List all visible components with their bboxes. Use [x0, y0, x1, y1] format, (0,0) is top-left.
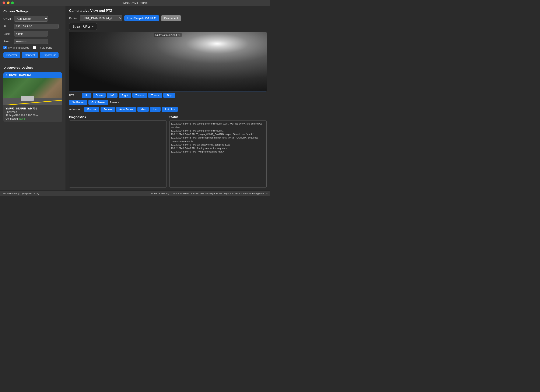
camera-scene: Dec/22/2024 20:58:28 — [69, 32, 267, 91]
profile-select[interactable]: H264_1920×1080（4_d — [80, 15, 122, 21]
device-list: A_ONVIF_CAMERA YMF52_STARIR_WM701 Shenzh… — [3, 72, 62, 122]
try-all-passwords-checkbox[interactable] — [3, 46, 7, 49]
focus-plus-button[interactable]: Focus+ — [84, 107, 99, 112]
focus-minus-button[interactable]: Focus- — [100, 107, 115, 112]
set-preset-button[interactable]: SetPreset — [69, 100, 87, 105]
window-controls[interactable] — [3, 1, 14, 4]
action-buttons: Discover Connect Export List — [3, 52, 62, 58]
connected-user: admin — [19, 117, 26, 120]
status-log: 12/22/2024 8:50:46 PM: Starting device d… — [170, 121, 267, 187]
ptz-zoom-out-button[interactable]: Zoom- — [148, 93, 162, 98]
close-button[interactable] — [3, 1, 5, 4]
user-label: User: — [3, 32, 14, 35]
advanced-row: Advanced: Focus+ Focus- Auto Focus Iris+… — [69, 107, 267, 112]
disconnect-button[interactable]: Disconnect — [161, 15, 181, 21]
user-row: User: — [3, 31, 62, 36]
stream-urls-button[interactable]: Stream URLs ▾ — [69, 23, 97, 30]
pass-row: Pass: — [3, 39, 62, 44]
auto-iris-button[interactable]: Auto Iris — [162, 107, 178, 112]
auto-focus-button[interactable]: Auto Focus — [116, 107, 136, 112]
device-thumbnail-scene — [3, 78, 62, 105]
ptz-right-button[interactable]: Right — [119, 93, 131, 98]
try-alt-ports-label[interactable]: Try alt. ports — [33, 46, 52, 49]
user-input[interactable] — [14, 31, 48, 36]
goto-preset-button[interactable]: GotoPreset — [88, 100, 108, 105]
try-alt-ports-checkbox[interactable] — [33, 46, 36, 49]
device-card-header: A_ONVIF_CAMERA — [3, 72, 62, 78]
discover-button[interactable]: Discover — [3, 52, 20, 58]
chevron-down-icon: ▾ — [92, 25, 94, 28]
ptz-zoom-in-button[interactable]: Zoom+ — [132, 93, 147, 98]
profile-row: Profile: H264_1920×1080（4_d Load Snapsho… — [69, 15, 267, 21]
discovered-devices-title: Discovered Devices — [3, 66, 62, 69]
camera-night-scene — [69, 32, 267, 91]
ip-input[interactable] — [14, 24, 59, 29]
device-ip: IP: http://192.168.8.107:80/on… — [5, 114, 60, 117]
camera-timestamp: Dec/22/2024 20:58:28 — [154, 33, 182, 37]
connect-button[interactable]: Connect — [22, 52, 38, 58]
status-log-line: 12/22/2024 8:50:49 PM: Trying connection… — [171, 150, 265, 154]
maximize-button[interactable] — [11, 1, 14, 4]
preset-row: SetPreset GotoPreset Presets: — [69, 100, 267, 105]
device-connected-row: Connected: admin — [5, 117, 60, 120]
right-panel-title: Camera Live View and PTZ — [69, 9, 267, 13]
try-all-passwords-label[interactable]: Try all passwords — [3, 46, 29, 49]
app-title: WINK ONVIF Studio — [123, 1, 148, 5]
device-thumbnail — [3, 78, 62, 105]
statusbar: Still discovering... (elapsed 24.0s) WIN… — [0, 191, 270, 196]
onvif-label: ONVIF: — [3, 17, 14, 20]
ptz-up-button[interactable]: Up — [82, 93, 91, 98]
status-log-line: 12/22/2024 8:50:46 PM: Starting device d… — [171, 122, 265, 129]
export-list-button[interactable]: Export List — [40, 52, 59, 58]
statusbar-left: Still discovering... (elapsed 24.0s) — [3, 192, 39, 195]
ptz-down-button[interactable]: Down — [93, 93, 106, 98]
minimize-button[interactable] — [7, 1, 10, 4]
device-location: Shenzhen — [5, 111, 60, 114]
presets-label: Presets: — [110, 101, 120, 104]
status-log-line: 12/22/2024 8:50:46 PM: Starting device d… — [171, 129, 265, 133]
status-log-line: 12/22/2024 8:50:49 PM: Still discovering… — [171, 143, 265, 146]
ip-row: IP: — [3, 24, 62, 29]
divider — [3, 62, 62, 62]
checkbox-row: Try all passwords Try alt. ports — [3, 46, 62, 49]
camera-settings-title: Camera Settings — [3, 9, 62, 13]
advanced-label: Advanced: — [69, 108, 82, 111]
ip-label: IP: — [3, 25, 14, 28]
status-log-line: 12/22/2024 8:50:49 PM: Starting connecti… — [171, 146, 265, 150]
iris-plus-button[interactable]: Iris+ — [137, 107, 149, 112]
right-panel: Camera Live View and PTZ Profile: H264_1… — [66, 6, 270, 191]
ptz-stop-button[interactable]: Stop — [163, 93, 175, 98]
status-log-line: 12/22/2024 8:50:48 PM: Trying A_ONVIF_CA… — [171, 133, 265, 136]
pass-input[interactable] — [14, 39, 48, 44]
car — [21, 96, 34, 101]
camera-view: Dec/22/2024 20:58:28 — [69, 32, 267, 91]
bottom-section: Diagnostics Status 12/22/2024 8:50:46 PM… — [69, 116, 267, 187]
iris-minus-button[interactable]: Iris- — [150, 107, 160, 112]
device-info: YMF52_STARIR_WM701 Shenzhen IP: http://1… — [3, 105, 62, 122]
diagnostics-title: Diagnostics — [69, 116, 166, 119]
device-name: YMF52_STARIR_WM701 — [5, 107, 60, 110]
diagnostics-textarea[interactable] — [69, 121, 166, 187]
ptz-controls-row: PTZ: Up Down Left Right Zoom+ Zoom- Stop — [69, 93, 267, 98]
device-card[interactable]: A_ONVIF_CAMERA YMF52_STARIR_WM701 Shenzh… — [3, 72, 62, 122]
profile-label: Profile: — [69, 16, 78, 20]
diagnostics-panel: Diagnostics — [69, 116, 166, 187]
connected-label: Connected: — [5, 117, 19, 120]
main-layout: Camera Settings ONVIF: Auto Detect IP: U… — [0, 6, 270, 191]
load-snapshot-button[interactable]: Load Snapshot/MJPEG — [124, 15, 159, 21]
onvif-select[interactable]: Auto Detect — [14, 16, 48, 22]
status-log-line: 12/22/2024 8:50:48 PM: Failed snapshot a… — [171, 136, 265, 143]
left-panel: Camera Settings ONVIF: Auto Detect IP: U… — [0, 6, 66, 191]
status-title: Status — [170, 116, 267, 119]
statusbar-right: WINK Streaming - ONVIF Studio is provide… — [151, 192, 267, 195]
status-panel: Status 12/22/2024 8:50:46 PM: Starting d… — [170, 116, 267, 187]
pass-label: Pass: — [3, 40, 14, 43]
titlebar: WINK ONVIF Studio — [0, 0, 270, 6]
ptz-label: PTZ: — [69, 94, 80, 97]
ptz-left-button[interactable]: Left — [107, 93, 118, 98]
onvif-row: ONVIF: Auto Detect — [3, 16, 62, 22]
